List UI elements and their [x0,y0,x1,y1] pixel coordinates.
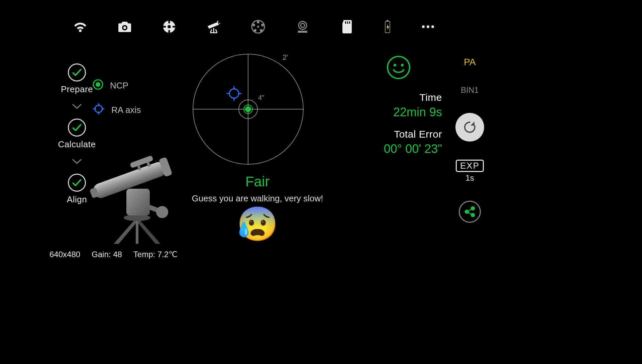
step-align[interactable]: Align [67,174,87,205]
ncp-marker-icon [92,78,104,93]
telescope-icon[interactable] [206,19,222,35]
alignment-rating: Fair Guess you are walking, very slow! 😰 [187,174,328,240]
rating-title: Fair [187,174,328,190]
svg-rect-30 [126,189,150,215]
step-prepare-check [68,63,86,81]
refresh-button[interactable] [455,113,484,142]
svg-point-45 [401,64,404,66]
inner-ring-label: 4" [258,94,264,102]
svg-point-7 [257,21,259,23]
svg-rect-15 [345,21,346,24]
anxious-face-icon: 😰 [187,207,328,240]
svg-rect-17 [349,21,350,24]
temperature-value: Temp: 7.2℃ [133,250,178,259]
legend-ra: RA axis [92,102,141,118]
gain-value: Gain: 48 [92,250,122,259]
wifi-icon[interactable] [72,19,88,35]
legend-ncp-label: NCP [110,80,128,91]
svg-point-44 [394,64,396,66]
svg-rect-16 [347,21,348,24]
step-calculate-check [68,119,86,137]
side-controls: PA BIN1 EXP 1s [450,57,490,223]
svg-point-22 [431,25,434,28]
camera-status-row: 640x480 Gain: 48 Temp: 7.2℃ [49,250,178,259]
svg-point-13 [299,21,307,29]
svg-rect-19 [387,20,389,21]
target-icon[interactable] [161,19,177,35]
svg-point-9 [260,29,262,32]
step-prepare-label: Prepare [61,84,93,95]
mode-pa[interactable]: PA [464,57,475,67]
polar-target: 2' 4" [187,48,309,170]
total-error-value: 00° 00' 23" [384,142,442,156]
battery-icon[interactable] [384,19,392,35]
smile-icon [386,55,411,80]
ra-marker-icon [92,102,105,118]
svg-point-43 [388,56,410,78]
svg-point-25 [95,105,102,113]
legend-ncp: NCP [92,78,141,93]
exposure-label: EXP [456,160,484,172]
svg-point-12 [257,26,259,28]
svg-point-28 [156,206,168,218]
filterwheel-icon[interactable] [250,19,266,35]
camera-icon[interactable] [117,19,133,35]
binning-value[interactable]: BIN1 [461,85,478,95]
svg-point-4 [217,21,218,22]
right-stats: Time 22min 9s Total Error 00° 00' 23" [355,55,442,156]
svg-point-1 [123,26,126,29]
sdcard-icon[interactable] [339,19,355,35]
exposure-value: 1s [465,173,474,183]
time-label: Time [384,92,442,103]
total-error-label: Total Error [384,129,442,140]
exposure-control[interactable]: EXP 1s [456,160,484,183]
chevron-down-icon [72,103,82,110]
top-toolbar [0,17,508,36]
focuser-icon[interactable] [295,19,311,35]
telescope-illustration [87,134,187,244]
svg-point-8 [261,24,264,26]
svg-point-20 [422,25,425,28]
chevron-down-icon [72,158,82,165]
time-value: 22min 9s [384,105,442,119]
svg-point-14 [301,23,305,27]
legend-ra-label: RA axis [111,105,141,115]
outer-ring-label: 2' [283,53,288,62]
step-align-check [68,174,86,192]
svg-point-21 [427,25,429,28]
svg-point-11 [252,24,255,26]
svg-point-49 [471,207,474,210]
resolution-value: 640x480 [49,250,80,259]
share-button[interactable] [459,201,481,223]
legend: NCP RA axis [92,78,141,118]
step-prepare[interactable]: Prepare [61,63,93,95]
svg-point-5 [219,23,220,24]
svg-point-42 [229,89,239,98]
svg-point-10 [254,29,256,32]
svg-point-3 [168,25,171,28]
svg-point-24 [96,82,100,87]
svg-point-51 [471,214,474,216]
more-icon[interactable] [420,19,436,35]
step-align-label: Align [67,194,87,205]
rating-subtitle: Guess you are walking, very slow! [187,192,328,204]
svg-point-50 [465,210,468,213]
svg-point-40 [245,106,251,112]
